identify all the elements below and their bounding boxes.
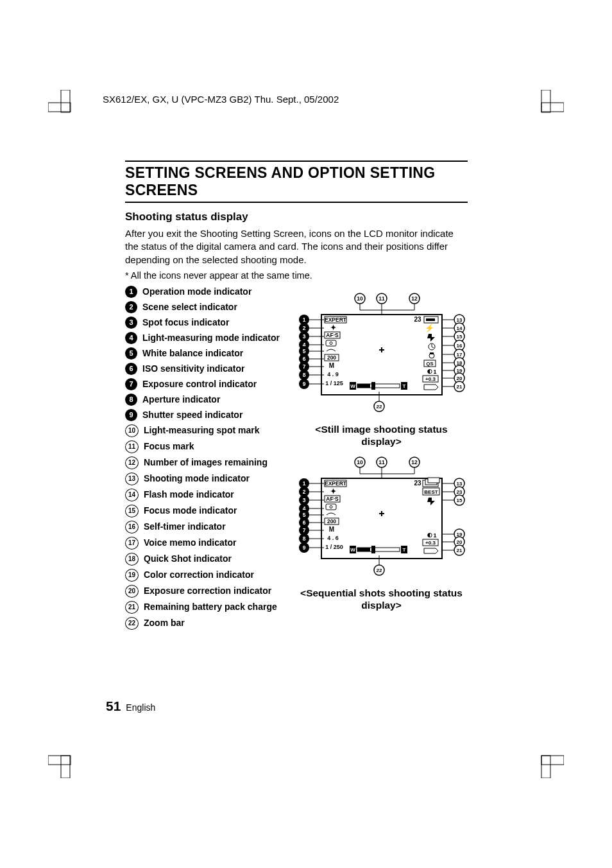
- legend-label: White balance indicator: [142, 347, 243, 359]
- svg-text:7: 7: [302, 527, 305, 534]
- crop-mark-icon: [48, 743, 83, 778]
- svg-text:9: 9: [302, 544, 305, 551]
- legend-number-icon: 19: [125, 569, 139, 582]
- svg-text:M: M: [328, 526, 334, 533]
- svg-rect-7: [541, 756, 550, 778]
- subheading: Shooting status display: [125, 211, 468, 223]
- svg-text:3: 3: [302, 497, 305, 503]
- svg-text:◐: ◐: [427, 532, 432, 538]
- legend-label: Spot focus indicator: [142, 317, 229, 328]
- svg-text:6: 6: [302, 356, 305, 362]
- legend-number-icon: 14: [125, 489, 139, 501]
- svg-text:3: 3: [302, 333, 305, 340]
- crop-mark-icon: [529, 743, 564, 778]
- svg-text:23: 23: [414, 316, 421, 323]
- svg-text:10: 10: [357, 459, 363, 465]
- svg-rect-40: [371, 382, 375, 390]
- svg-text:⚡: ⚡: [425, 323, 434, 333]
- svg-text:20: 20: [456, 539, 462, 545]
- svg-rect-1: [61, 90, 70, 112]
- svg-text:+0.3: +0.3: [425, 540, 436, 546]
- svg-text:17: 17: [456, 352, 462, 358]
- svg-text:2: 2: [302, 325, 305, 331]
- legend-label: ISO sensitivity indicator: [142, 363, 245, 374]
- legend-number-icon: 5: [125, 347, 137, 360]
- legend-number-icon: 13: [125, 473, 139, 485]
- svg-rect-0: [48, 103, 71, 112]
- svg-text:1: 1: [302, 480, 305, 487]
- svg-rect-3: [541, 90, 550, 112]
- body-paragraph: After you exit the Shooting Setting Scre…: [125, 227, 468, 266]
- crop-mark-icon: [48, 90, 83, 125]
- legend-label: Exposure correction indicator: [144, 585, 271, 596]
- svg-rect-5: [61, 756, 70, 778]
- legend-label: Flash mode indicator: [144, 489, 234, 500]
- svg-text:9: 9: [302, 381, 305, 387]
- svg-text:T: T: [402, 383, 405, 389]
- legend-number-icon: 10: [125, 424, 139, 437]
- svg-text:200: 200: [327, 518, 336, 525]
- legend-number-icon: 6: [125, 363, 137, 375]
- svg-text:5: 5: [302, 348, 305, 354]
- svg-text:200: 200: [327, 354, 336, 361]
- svg-text:22: 22: [376, 404, 382, 410]
- legend-number-icon: 15: [125, 505, 139, 517]
- legend-label: Operation mode indicator: [142, 286, 251, 297]
- legend-number-icon: 4: [125, 332, 137, 344]
- svg-text:1 / 250: 1 / 250: [325, 544, 343, 550]
- legend-label: Quick Shot indicator: [144, 553, 232, 564]
- svg-rect-6: [541, 756, 564, 765]
- svg-text:4 . 9: 4 . 9: [327, 371, 339, 378]
- legend-label: Light-measuring mode indicator: [142, 332, 280, 343]
- legend-number-icon: 22: [125, 617, 139, 630]
- svg-text:23: 23: [456, 489, 462, 495]
- crop-mark-icon: [529, 90, 564, 125]
- legend-number-icon: 2: [125, 301, 137, 313]
- legend-number-icon: 21: [125, 601, 139, 614]
- svg-text:5: 5: [302, 512, 305, 518]
- legend-label: Scene select indicator: [142, 301, 237, 313]
- svg-text:4 . 6: 4 . 6: [327, 535, 339, 541]
- svg-text:13: 13: [456, 317, 462, 323]
- legend-label: Voice memo indicator: [144, 537, 236, 548]
- svg-text:◐: ◐: [427, 368, 432, 374]
- still-image-diagram: 10 11 12 EXPERT ✦ AF·S: [296, 292, 468, 414]
- section-title: SETTING SCREENS AND OPTION SETTING SCREE…: [125, 161, 468, 203]
- legend-label: Remaining battery pack charge: [144, 601, 277, 612]
- svg-text:11: 11: [378, 295, 385, 302]
- svg-rect-47: [430, 352, 434, 354]
- legend-number-icon: 20: [125, 585, 139, 598]
- legend-number-icon: 18: [125, 553, 139, 566]
- svg-text:15: 15: [456, 334, 462, 340]
- svg-text:W: W: [350, 383, 355, 389]
- svg-text:✦: ✦: [330, 324, 336, 331]
- svg-text:QS: QS: [426, 361, 433, 367]
- legend-label: Exposure control indicator: [142, 378, 257, 390]
- svg-text:12: 12: [411, 459, 418, 465]
- page-number: 51: [106, 699, 121, 713]
- svg-text:15: 15: [456, 498, 462, 503]
- page-footer: 51English: [106, 699, 155, 714]
- svg-text:1: 1: [433, 532, 436, 539]
- svg-text:12: 12: [411, 295, 418, 302]
- svg-rect-4: [48, 756, 71, 765]
- legend-number-icon: 9: [125, 409, 137, 421]
- svg-rect-143: [371, 546, 375, 553]
- svg-text:20: 20: [456, 376, 462, 381]
- diagram1-caption: <Still image shooting status display>: [295, 423, 468, 448]
- legend-number-icon: 1: [125, 286, 137, 298]
- svg-text:22: 22: [376, 568, 382, 573]
- svg-rect-147: [428, 478, 439, 483]
- footnote: * All the icons never appear at the same…: [125, 270, 468, 281]
- svg-text:M: M: [328, 362, 334, 369]
- legend-label: Focus mode indicator: [144, 505, 237, 516]
- legend-number-icon: 8: [125, 394, 137, 406]
- legend-number-icon: 17: [125, 537, 139, 550]
- svg-text:13: 13: [456, 481, 462, 487]
- svg-text:11: 11: [378, 459, 385, 465]
- svg-text:10: 10: [357, 295, 363, 302]
- svg-text:8: 8: [302, 372, 305, 378]
- legend-label: Number of images remaining: [144, 456, 268, 468]
- legend-label: Shooting mode indicator: [144, 473, 250, 484]
- svg-text:1 / 125: 1 / 125: [325, 380, 343, 386]
